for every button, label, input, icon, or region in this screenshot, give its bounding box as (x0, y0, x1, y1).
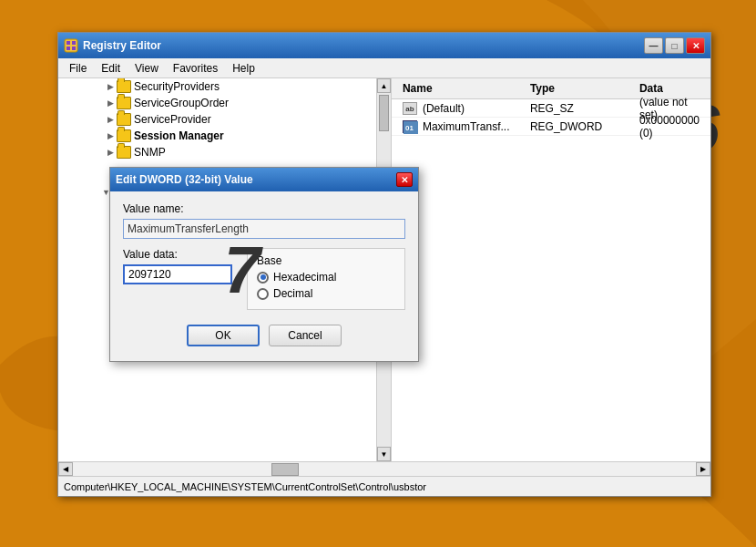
ok-button[interactable]: OK (187, 325, 260, 346)
edit-dword-dialog: Edit DWORD (32-bit) Value ✕ Value name: … (109, 167, 419, 362)
base-label: Base (257, 254, 395, 267)
dialog-overlay: Edit DWORD (32-bit) Value ✕ Value name: … (0, 0, 756, 547)
dialog-body: Value name: Value data: Base (110, 191, 418, 361)
dialog-value-base-row: Value data: Base Hexadecimal (123, 248, 405, 310)
dialog-buttons: OK Cancel (123, 325, 405, 350)
value-data-input[interactable] (123, 264, 232, 284)
cancel-button[interactable]: Cancel (269, 325, 342, 346)
value-name-input[interactable] (123, 219, 405, 239)
hex-label: Hexadecimal (273, 271, 336, 284)
decimal-radio[interactable] (257, 288, 269, 300)
hex-radio-row[interactable]: Hexadecimal (257, 271, 395, 284)
base-group: Base Hexadecimal Decimal (247, 248, 405, 310)
value-data-section: Value data: (123, 248, 232, 310)
dialog-close-button[interactable]: ✕ (396, 172, 413, 187)
value-name-label: Value name: (123, 202, 405, 215)
dialog-title-text: Edit DWORD (32-bit) Value (116, 173, 396, 186)
dec-radio-row[interactable]: Decimal (257, 287, 395, 300)
dialog-title-bar: Edit DWORD (32-bit) Value ✕ (110, 168, 418, 191)
hexadecimal-radio[interactable] (257, 272, 269, 284)
dec-label: Decimal (273, 287, 312, 300)
value-data-label: Value data: (123, 248, 232, 261)
